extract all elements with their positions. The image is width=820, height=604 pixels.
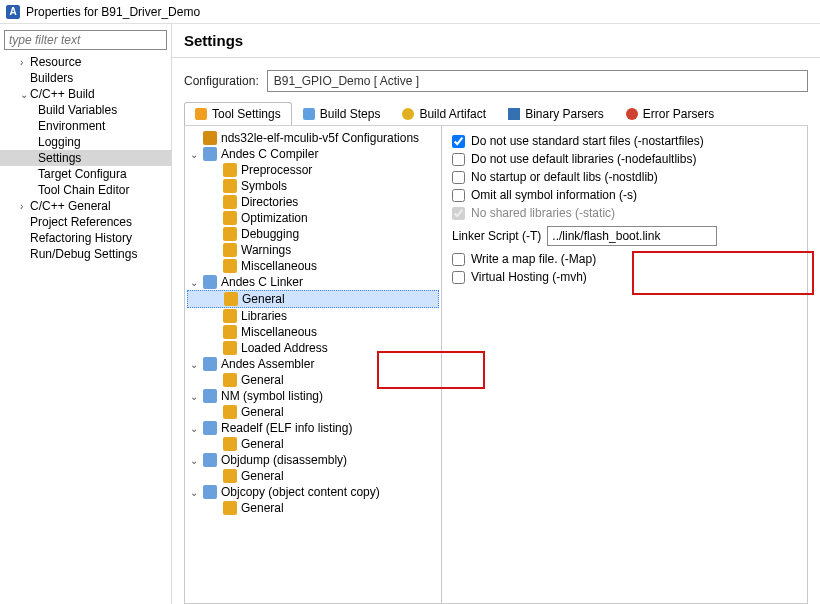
filter-input[interactable] — [4, 30, 167, 50]
tree-warn[interactable]: Warnings — [187, 242, 439, 258]
nav-logging[interactable]: Logging — [0, 134, 171, 150]
binary-icon — [508, 108, 520, 120]
tree-readelf[interactable]: ⌄Readelf (ELF info listing) — [187, 420, 439, 436]
leaf-icon — [223, 259, 237, 273]
left-nav: ›Resource Builders ⌄C/C++ Build Build Va… — [0, 24, 172, 604]
leaf-icon — [223, 227, 237, 241]
leaf-icon — [223, 309, 237, 323]
lbl-static: No shared libraries (-static) — [471, 206, 615, 220]
nav-buildvars[interactable]: Build Variables — [0, 102, 171, 118]
leaf-icon — [223, 373, 237, 387]
tree-linker-misc[interactable]: Miscellaneous — [187, 324, 439, 340]
config-combo[interactable]: B91_GPIO_Demo [ Active ] — [267, 70, 808, 92]
leaf-icon — [223, 325, 237, 339]
nav-ccbuild[interactable]: ⌄C/C++ Build — [0, 86, 171, 102]
config-label: Configuration: — [184, 74, 259, 88]
settings-icon — [203, 131, 217, 145]
tree-preproc[interactable]: Preprocessor — [187, 162, 439, 178]
steps-icon — [303, 108, 315, 120]
readelf-icon — [203, 421, 217, 435]
nav-targetcfg[interactable]: Target Configura — [0, 166, 171, 182]
tree-misc[interactable]: Miscellaneous — [187, 258, 439, 274]
nav-settings[interactable]: Settings — [0, 150, 171, 166]
tabs: Tool Settings Build Steps Build Artifact… — [184, 102, 808, 126]
tab-tool-settings[interactable]: Tool Settings — [184, 102, 292, 125]
tree-asm-general[interactable]: General — [187, 372, 439, 388]
leaf-icon — [223, 405, 237, 419]
leaf-icon — [223, 163, 237, 177]
tree-dirs[interactable]: Directories — [187, 194, 439, 210]
tree-configurations[interactable]: nds32le-elf-mculib-v5f Configurations — [187, 130, 439, 146]
tree-readelf-general[interactable]: General — [187, 436, 439, 452]
chk-static — [452, 207, 465, 220]
chk-omit[interactable] — [452, 189, 465, 202]
leaf-icon — [223, 469, 237, 483]
tab-build-artifact[interactable]: Build Artifact — [391, 102, 497, 125]
nav-resource[interactable]: ›Resource — [0, 54, 171, 70]
artifact-icon — [402, 108, 414, 120]
window-title: Properties for B91_Driver_Demo — [26, 5, 200, 19]
app-icon: A — [6, 5, 20, 19]
leaf-icon — [223, 437, 237, 451]
objcopy-icon — [203, 485, 217, 499]
tree-opt[interactable]: Optimization — [187, 210, 439, 226]
leaf-icon — [223, 211, 237, 225]
chk-mvh[interactable] — [452, 271, 465, 284]
error-icon — [626, 108, 638, 120]
tree-objcopy-general[interactable]: General — [187, 500, 439, 516]
nav-builders[interactable]: Builders — [0, 70, 171, 86]
asm-icon — [203, 357, 217, 371]
lbl-linker-script: Linker Script (-T) — [452, 229, 541, 243]
tool-options: Do not use standard start files (-nostar… — [442, 126, 808, 604]
chk-map[interactable] — [452, 253, 465, 266]
tree-objdump-general[interactable]: General — [187, 468, 439, 484]
nav-ccgeneral[interactable]: ›C/C++ General — [0, 198, 171, 214]
input-linker-script[interactable] — [547, 226, 717, 246]
leaf-icon — [223, 501, 237, 515]
tree-objdump[interactable]: ⌄Objdump (disassembly) — [187, 452, 439, 468]
tree-linker[interactable]: ⌄Andes C Linker — [187, 274, 439, 290]
leaf-icon — [224, 292, 238, 306]
tree-linker-general[interactable]: General — [187, 290, 439, 308]
leaf-icon — [223, 341, 237, 355]
objdump-icon — [203, 453, 217, 467]
tab-binary-parsers[interactable]: Binary Parsers — [497, 102, 615, 125]
tree-symbols[interactable]: Symbols — [187, 178, 439, 194]
lbl-nodefaultlibs: Do not use default libraries (-nodefault… — [471, 152, 696, 166]
tree-linker-loaded[interactable]: Loaded Address — [187, 340, 439, 356]
tree-nm[interactable]: ⌄NM (symbol listing) — [187, 388, 439, 404]
tree-compiler[interactable]: ⌄Andes C Compiler — [187, 146, 439, 162]
nav-refactor[interactable]: Refactoring History — [0, 230, 171, 246]
tab-build-steps[interactable]: Build Steps — [292, 102, 392, 125]
nav-projrefs[interactable]: Project References — [0, 214, 171, 230]
tree-nm-general[interactable]: General — [187, 404, 439, 420]
nav-rundebug[interactable]: Run/Debug Settings — [0, 246, 171, 262]
tree-asm[interactable]: ⌄Andes Assembler — [187, 356, 439, 372]
tree-debug[interactable]: Debugging — [187, 226, 439, 242]
settings-heading: Settings — [172, 24, 820, 58]
lbl-nostdlib: No startup or default libs (-nostdlib) — [471, 170, 658, 184]
lbl-nostartfiles: Do not use standard start files (-nostar… — [471, 134, 704, 148]
nav-environment[interactable]: Environment — [0, 118, 171, 134]
nm-icon — [203, 389, 217, 403]
chk-nostartfiles[interactable] — [452, 135, 465, 148]
compiler-icon — [203, 147, 217, 161]
chk-nostdlib[interactable] — [452, 171, 465, 184]
lbl-omit: Omit all symbol information (-s) — [471, 188, 637, 202]
leaf-icon — [223, 179, 237, 193]
lbl-mvh: Virtual Hosting (-mvh) — [471, 270, 587, 284]
nav-toolchain[interactable]: Tool Chain Editor — [0, 182, 171, 198]
leaf-icon — [223, 243, 237, 257]
wrench-icon — [195, 108, 207, 120]
tree-linker-libraries[interactable]: Libraries — [187, 308, 439, 324]
lbl-map: Write a map file. (-Map) — [471, 252, 596, 266]
chk-nodefaultlibs[interactable] — [452, 153, 465, 166]
tab-error-parsers[interactable]: Error Parsers — [615, 102, 725, 125]
linker-icon — [203, 275, 217, 289]
tool-tree: nds32le-elf-mculib-v5f Configurations ⌄A… — [184, 126, 442, 604]
leaf-icon — [223, 195, 237, 209]
tree-objcopy[interactable]: ⌄Objcopy (object content copy) — [187, 484, 439, 500]
